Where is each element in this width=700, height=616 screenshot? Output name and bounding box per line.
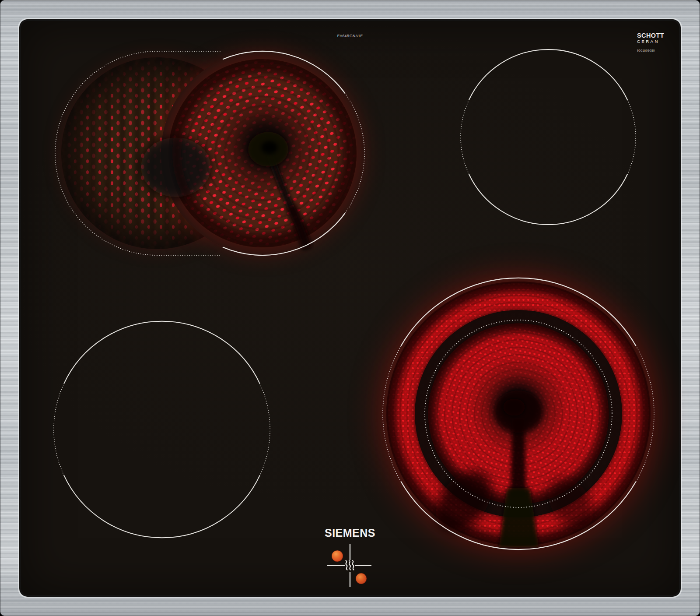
schott-logo-line2: CERAN bbox=[637, 39, 664, 44]
cooktop-product-photo: EA64RGNA1E SCHOTT CERAN 9001609080 SIEME… bbox=[0, 0, 700, 616]
schott-logo-line1: SCHOTT bbox=[637, 32, 664, 39]
schott-ceran-logo: SCHOTT CERAN 9001609080 bbox=[637, 32, 664, 53]
brand-logo: SIEMENS bbox=[325, 527, 375, 539]
model-number: EA64RGNA1E bbox=[337, 34, 363, 38]
glass-print-number: 9001609080 bbox=[637, 49, 664, 53]
